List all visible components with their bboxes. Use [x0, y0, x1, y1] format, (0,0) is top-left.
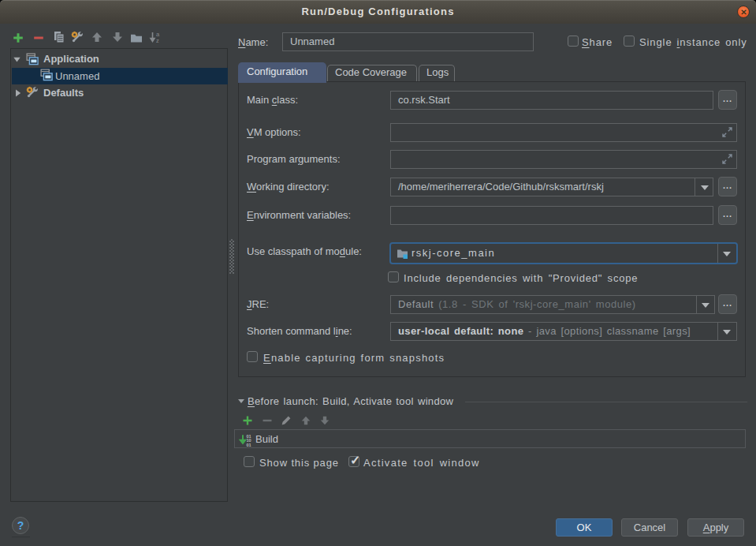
svg-text:z: z — [156, 37, 159, 44]
